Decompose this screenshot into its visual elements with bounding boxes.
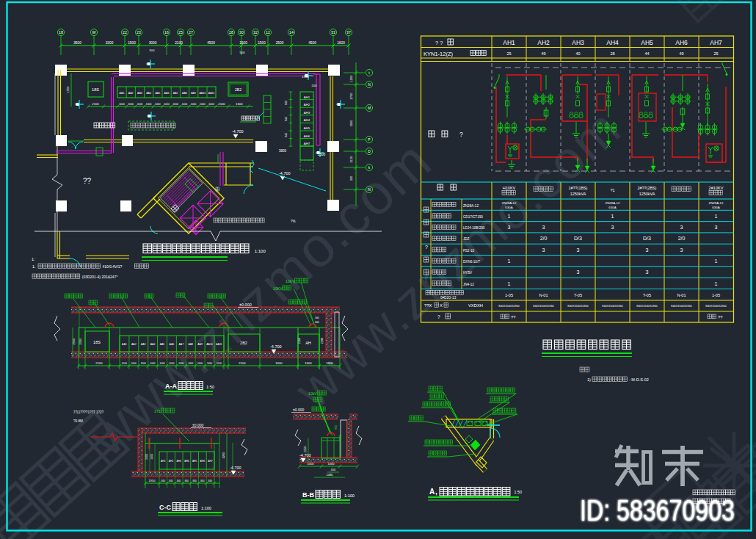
svg-text:N: N <box>368 82 371 87</box>
svg-text:840: 840 <box>285 101 288 105</box>
svg-text:3: 3 <box>542 225 545 230</box>
svg-text:840: 840 <box>177 480 181 482</box>
svg-text:2#??(2BS): 2#??(2BS) <box>638 186 657 190</box>
svg-text:??: ?? <box>83 177 92 185</box>
svg-text:3: 3 <box>680 247 683 253</box>
svg-text:14: 14 <box>289 30 294 35</box>
svg-text:CD17/CT190: CD17/CT190 <box>463 215 483 219</box>
svg-text:1600: 1600 <box>305 361 312 365</box>
svg-text:D: D <box>368 149 371 153</box>
svg-text:1:50: 1:50 <box>515 490 523 494</box>
svg-text:1000: 1000 <box>208 103 214 106</box>
svg-text:-4.700: -4.700 <box>279 171 291 176</box>
svg-text:3: 3 <box>508 225 511 230</box>
svg-text:2300: 2300 <box>321 338 324 344</box>
svg-text:1500: 1500 <box>66 86 70 93</box>
svg-text:2260: 2260 <box>298 338 301 344</box>
svg-text:2250: 2250 <box>304 446 307 452</box>
svg-text:A-A: A-A <box>165 383 177 390</box>
svg-text:3: 3 <box>611 225 614 230</box>
svg-text:AA1: AA1 <box>122 343 127 346</box>
svg-text:W: W <box>92 30 96 35</box>
svg-text:3500: 3500 <box>73 41 81 45</box>
svg-text:FS2-10: FS2-10 <box>463 249 475 253</box>
svg-text:1500: 1500 <box>302 75 309 79</box>
svg-text:1000: 1000 <box>155 103 161 106</box>
svg-text:1: 1 <box>508 258 511 264</box>
svg-text:1250kVA: 1250kVA <box>570 192 586 196</box>
svg-text:AH3: AH3 <box>304 111 310 115</box>
svg-text:AA7: AA7 <box>173 92 178 95</box>
svg-text:49: 49 <box>541 51 545 56</box>
svg-text:AA2: AA2 <box>128 92 134 95</box>
svg-text:3: 3 <box>542 247 545 253</box>
svg-text:2200: 2200 <box>222 452 225 459</box>
svg-text:ID: 583670903: ID: 583670903 <box>580 493 735 527</box>
svg-text:AA8: AA8 <box>182 92 187 95</box>
svg-text:171: 171 <box>154 409 161 413</box>
svg-text:1: 1 <box>715 258 718 264</box>
svg-text:1950: 1950 <box>149 479 156 482</box>
svg-text:AA7: AA7 <box>178 343 183 346</box>
svg-text:1600: 1600 <box>337 41 345 45</box>
svg-text:22: 22 <box>123 30 127 35</box>
svg-text:840: 840 <box>169 480 173 482</box>
svg-text:2#10KV: 2#10KV <box>709 186 724 190</box>
svg-text:3: 3 <box>577 247 580 253</box>
svg-text:1900: 1900 <box>150 454 153 460</box>
svg-text:1000: 1000 <box>131 362 137 365</box>
svg-text:840X1500X2360: 840X1500X2360 <box>567 305 588 308</box>
svg-text:28: 28 <box>229 30 233 35</box>
svg-text:T-05: T-05 <box>643 293 651 297</box>
svg-text:AA5: AA5 <box>160 343 165 346</box>
svg-text:25: 25 <box>178 30 183 35</box>
svg-text:1600: 1600 <box>275 361 283 365</box>
svg-text:1000: 1000 <box>169 362 174 365</box>
svg-text:: M-D.S-02: : M-D.S-02 <box>629 377 649 382</box>
svg-text:AA6: AA6 <box>170 343 175 346</box>
svg-text:ZN28A-12: ZN28A-12 <box>708 201 724 205</box>
svg-text:1000: 1000 <box>308 462 315 466</box>
svg-text:?1: ?1 <box>610 188 614 192</box>
svg-text:4500: 4500 <box>207 41 215 45</box>
svg-text:840: 840 <box>185 480 189 482</box>
svg-text:ZN28A-12: ZN28A-12 <box>605 201 620 205</box>
svg-text:2150: 2150 <box>349 156 353 163</box>
svg-text:37: 37 <box>346 30 351 35</box>
svg-text:2500: 2500 <box>276 41 284 45</box>
svg-text:AA8: AA8 <box>188 343 193 346</box>
svg-text:1200: 1200 <box>349 75 353 82</box>
svg-text:B-B: B-B <box>302 491 314 499</box>
svg-text:AH1: AH1 <box>304 95 310 99</box>
svg-text:ZN28A-12: ZN28A-12 <box>463 204 479 208</box>
svg-text:12: 12 <box>266 30 270 35</box>
svg-text:3: 3 <box>680 225 683 230</box>
svg-text:1000: 1000 <box>159 362 164 365</box>
svg-text:23: 23 <box>137 30 141 35</box>
svg-text:AH4: AH4 <box>304 118 310 122</box>
svg-text:1:100: 1:100 <box>255 249 266 253</box>
svg-text:16: 16 <box>164 30 169 35</box>
svg-text:630A: 630A <box>505 206 512 209</box>
svg-text:1000: 1000 <box>141 362 146 365</box>
svg-text:840: 840 <box>161 480 166 482</box>
svg-text:1000: 1000 <box>328 462 335 466</box>
svg-text:?0.8M: ?0.8M <box>73 419 83 423</box>
svg-text:AH7: AH7 <box>710 39 722 46</box>
svg-text:33: 33 <box>331 30 335 35</box>
svg-text:840X1500X2360: 840X1500X2360 <box>636 305 657 308</box>
svg-text:C-C: C-C <box>159 504 171 511</box>
svg-text:300: 300 <box>315 321 319 324</box>
svg-text:800: 800 <box>335 425 338 430</box>
svg-text:1500: 1500 <box>128 41 136 45</box>
svg-text:1500: 1500 <box>258 41 266 45</box>
svg-text:2300: 2300 <box>145 454 148 460</box>
svg-text:(03D201-4) 201&247°: (03D201-4) 201&247° <box>82 275 118 279</box>
svg-text:1: 1 <box>508 214 511 219</box>
svg-text:2100: 2100 <box>218 102 225 106</box>
svg-text:200: 200 <box>312 84 318 87</box>
svg-text:840: 840 <box>285 117 288 121</box>
svg-text:1:100: 1:100 <box>201 506 211 510</box>
svg-text:1000: 1000 <box>137 103 143 106</box>
svg-text:M: M <box>368 106 371 110</box>
